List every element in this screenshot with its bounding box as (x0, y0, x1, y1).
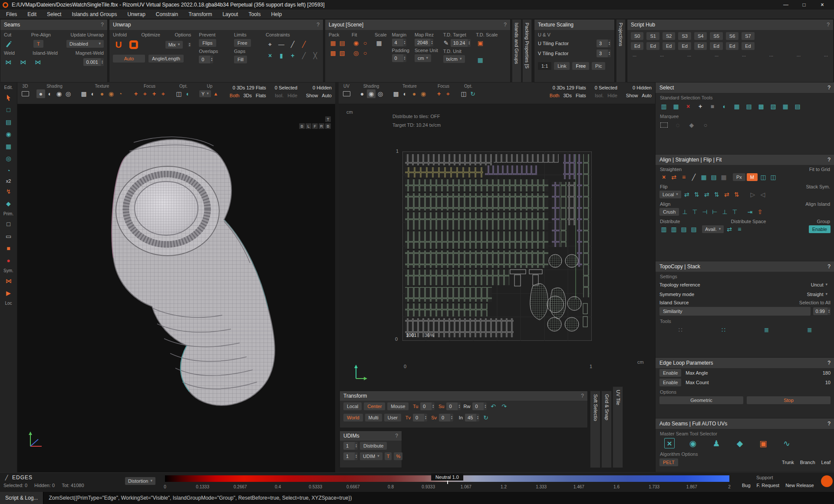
script-slot-s0[interactable]: S0 (631, 32, 643, 40)
max-angle-value[interactable]: 180 (823, 370, 831, 376)
magnet-weld-icon[interactable] (33, 58, 42, 66)
script-more-button[interactable]: ... (715, 52, 719, 57)
udim-v-spinner[interactable]: 1 (343, 452, 358, 460)
align-island-up-icon[interactable] (755, 208, 764, 216)
select-rows-icon[interactable] (745, 102, 753, 111)
wireframe-shaded-icon[interactable] (367, 89, 376, 98)
feature-request-link[interactable]: F. Request (757, 483, 780, 488)
distribute-gaps-icon[interactable] (679, 225, 688, 234)
spinner-arrows-icon[interactable] (403, 39, 406, 46)
up-axis-dropdown[interactable]: Y (199, 90, 211, 97)
menu-edit[interactable]: Edit (27, 11, 36, 17)
flats-toggle[interactable]: Flats (576, 93, 586, 98)
script-more-button[interactable]: ... (660, 52, 664, 57)
view-left-button[interactable]: L (306, 123, 311, 129)
view-right-button[interactable]: R (319, 123, 324, 129)
marquee-rect-icon[interactable] (659, 121, 668, 129)
fill-primitive-icon[interactable] (4, 244, 13, 253)
select-similar-icon[interactable] (769, 102, 778, 111)
transform-help[interactable]: ? (581, 393, 584, 399)
script-edit-button[interactable]: Ed (726, 42, 738, 50)
u-tiling-spinner[interactable]: 3 (597, 40, 611, 47)
stack-sym-left-icon[interactable] (758, 190, 767, 199)
focus-all-icon[interactable] (435, 89, 443, 98)
seams-help[interactable]: ? (101, 22, 104, 28)
auto-toggle[interactable]: Auto (322, 93, 332, 98)
tab-packing-properties[interactable]: Packing Properties [S (522, 19, 532, 82)
optimize-icon[interactable] (129, 40, 138, 49)
weld-icon[interactable] (4, 58, 13, 66)
marquee-lasso-icon[interactable] (673, 121, 682, 129)
pivot-multi-button[interactable]: Multi (365, 414, 382, 422)
spinner-arrows-icon[interactable] (355, 452, 358, 460)
straighten-diagonal-icon[interactable] (689, 173, 698, 181)
delete-constraint-icon[interactable] (266, 51, 274, 60)
update-unwrap-dropdown[interactable]: Disabled (66, 40, 104, 48)
grid-texture-icon[interactable] (401, 89, 409, 98)
distortion-dropdown[interactable]: Distortion (125, 477, 155, 485)
spinner-arrows-icon[interactable] (476, 414, 479, 422)
seam-pawn-tool-icon[interactable] (711, 438, 722, 448)
close-button[interactable] (813, 0, 831, 10)
crush-button[interactable]: Crush (659, 208, 679, 216)
distortion-texture-icon[interactable] (98, 89, 106, 98)
leaf-toggle[interactable]: Leaf (821, 460, 831, 465)
udim-distribute-button[interactable]: Distribute (360, 442, 387, 450)
max-count-enable-button[interactable]: Enable (659, 379, 681, 386)
td-target-spinner[interactable]: 10.24 (451, 39, 471, 47)
quick-unfold-icon[interactable] (4, 187, 13, 196)
show-toggle[interactable]: Show (306, 93, 318, 98)
gridify-icon[interactable] (699, 173, 708, 181)
seam-pipe-tool-icon[interactable] (781, 438, 792, 448)
script-edit-button[interactable]: Ed (694, 42, 707, 50)
spinner-arrows-icon[interactable] (430, 39, 433, 46)
hide-toggle[interactable]: Hide (287, 93, 297, 98)
distortion-texture-icon[interactable] (410, 89, 419, 98)
stack-islands-icon[interactable] (762, 326, 771, 334)
island-source-value[interactable]: Selection to All (799, 300, 831, 305)
free-button[interactable]: Free (234, 39, 251, 47)
protect-shield-icon[interactable] (4, 199, 13, 208)
space-v-icon[interactable] (735, 225, 744, 234)
spinner-arrows-icon[interactable] (484, 402, 487, 410)
x2-tool-button[interactable]: x2 (6, 178, 11, 184)
td-edit-icon[interactable] (443, 39, 449, 47)
fill-button[interactable]: Fill (234, 56, 247, 63)
view-back-button[interactable]: B (325, 123, 331, 129)
isolate-toggle[interactable]: Isol. (275, 93, 283, 98)
inactive-constraint-icon[interactable] (300, 51, 308, 60)
script-log-button[interactable]: Script & Log... (0, 492, 43, 504)
script-more-button[interactable]: ... (742, 52, 746, 57)
free-tiling-button[interactable]: Free (572, 62, 589, 70)
udims-help[interactable]: ? (395, 433, 398, 439)
distribute-even-icon[interactable] (689, 225, 698, 234)
space-world-button[interactable]: World (343, 414, 363, 422)
cut-brush-icon[interactable] (4, 40, 13, 48)
spinner-arrows-icon[interactable] (608, 49, 611, 57)
script-slot-s5[interactable]: S5 (710, 32, 722, 40)
pre-align-t-button[interactable]: T (33, 40, 43, 48)
spinner-arrows-icon[interactable] (403, 54, 406, 62)
similarity-slider[interactable]: Similarity (659, 307, 811, 316)
align-center-v-icon[interactable] (730, 208, 739, 216)
script-slot-s3[interactable]: S3 (678, 32, 691, 40)
distribute-space-dropdown[interactable]: Avail. (702, 225, 724, 233)
straighten-h-icon[interactable] (669, 173, 678, 181)
script-more-button[interactable]: ... (633, 52, 636, 57)
v-tiling-spinner[interactable]: 3 (597, 49, 611, 57)
box-primitive-icon[interactable] (4, 232, 13, 240)
auto-seams-help[interactable]: ? (827, 421, 831, 427)
stretch-texture-icon[interactable] (116, 89, 125, 98)
branch-toggle[interactable]: Branch (800, 460, 815, 465)
script-more-button[interactable]: ... (824, 52, 828, 57)
fit-group-icon[interactable] (352, 49, 360, 57)
tab-uv-tile[interactable]: UV Tile (613, 386, 623, 468)
island-mode-icon[interactable] (4, 130, 13, 138)
bug-link[interactable]: Bug (742, 483, 751, 488)
tv-spinner[interactable]: 0 (413, 414, 427, 422)
topocopy-match-icon[interactable] (719, 326, 728, 334)
sphere-primitive-icon[interactable] (4, 256, 13, 265)
geometric-button[interactable]: Geometric (659, 396, 743, 404)
spinner-arrows-icon[interactable] (458, 402, 461, 410)
spinner-arrows-icon[interactable] (450, 414, 453, 422)
